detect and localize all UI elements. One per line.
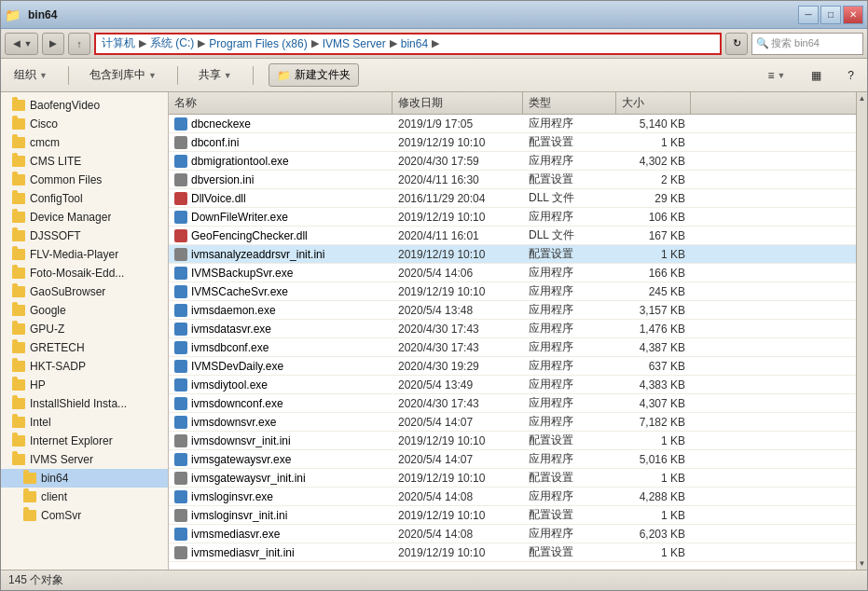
maximize-button[interactable]: □	[820, 6, 841, 24]
table-row[interactable]: IVMSBackupSvr.exe2020/5/4 14:06应用程序166 K…	[169, 264, 856, 282]
minimize-button[interactable]: ─	[798, 6, 819, 24]
sidebar-item-7[interactable]: DJSSOFT	[1, 227, 168, 245]
view-button[interactable]: ≡ ▼	[762, 66, 791, 85]
sidebar-item-9[interactable]: Foto-Mosaik-Edd...	[1, 264, 168, 282]
table-row[interactable]: IVMSDevDaily.exe2020/4/30 19:29应用程序637 K…	[169, 357, 856, 376]
file-name: dbmigrationtool.exe	[191, 155, 289, 168]
sidebar-item-19[interactable]: IVMS Server	[1, 450, 168, 469]
sidebar-item-15[interactable]: HP	[1, 376, 168, 394]
sidebar-item-2[interactable]: cmcm	[1, 133, 168, 152]
file-name-cell: ivmsdownsvr_init.ini	[169, 432, 393, 449]
file-list[interactable]: dbcneckexe2019/1/9 17:05应用程序5,140 KBdbco…	[169, 115, 856, 570]
table-row[interactable]: ivmsdiytool.exe2020/5/4 13:49应用程序4,383 K…	[169, 376, 856, 394]
path-bin64[interactable]: bin64	[401, 37, 428, 50]
table-row[interactable]: ivmsdownconf.exe2020/4/30 17:43应用程序4,307…	[169, 394, 856, 413]
sidebar-item-3[interactable]: CMS LITE	[1, 152, 168, 171]
share-menu[interactable]: 共享 ▼	[193, 64, 238, 86]
forward-button[interactable]: ►	[42, 33, 64, 55]
refresh-button[interactable]: ↻	[725, 33, 748, 55]
address-path[interactable]: 计算机 ▶ 系统 (C:) ▶ Program Files (x86) ▶ IV…	[94, 33, 722, 55]
file-type-icon	[174, 248, 187, 261]
col-header-type[interactable]: 类型	[523, 92, 616, 114]
file-size-cell: 4,288 KB	[616, 488, 691, 505]
file-type-cell: 应用程序	[523, 413, 616, 431]
path-computer[interactable]: 计算机	[102, 35, 135, 51]
sidebar-item-18[interactable]: Internet Explorer	[1, 432, 168, 450]
table-row[interactable]: GeoFencingChecker.dll2020/4/11 16:01DLL …	[169, 227, 856, 245]
folder-icon	[12, 193, 25, 204]
path-ivms[interactable]: IVMS Server	[323, 37, 386, 50]
sidebar-item-label: Cisco	[30, 117, 58, 131]
table-row[interactable]: dbconf.ini2019/12/19 10:10配置设置1 KB	[169, 133, 856, 152]
file-date-cell: 2020/5/4 13:48	[393, 301, 523, 319]
table-row[interactable]: ivmsmediasvr_init.ini2019/12/19 10:10配置设…	[169, 543, 856, 562]
col-header-size[interactable]: 大小	[616, 92, 691, 114]
sidebar-item-21[interactable]: client	[1, 488, 168, 506]
sidebar-item-4[interactable]: Common Files	[1, 171, 168, 189]
sidebar-item-11[interactable]: Google	[1, 301, 168, 320]
table-row[interactable]: ivmsdbconf.exe2020/4/30 17:43应用程序4,387 K…	[169, 338, 856, 357]
table-row[interactable]: ivmsmediasvr.exe2020/5/4 14:08应用程序6,203 …	[169, 525, 856, 543]
file-size-cell: 4,307 KB	[616, 394, 691, 412]
table-row[interactable]: ivmsgatewaysvr_init.ini2019/12/19 10:10配…	[169, 469, 856, 488]
table-row[interactable]: ivmsdownsvr.exe2020/5/4 14:07应用程序7,182 K…	[169, 413, 856, 432]
help-button[interactable]: ?	[842, 66, 860, 85]
sidebar-item-10[interactable]: GaoSuBrowser	[1, 282, 168, 301]
table-row[interactable]: ivmsanalyzeaddrsvr_init.ini2019/12/19 10…	[169, 245, 856, 264]
search-box[interactable]: 🔍 搜索 bin64	[751, 33, 863, 55]
include-library-menu[interactable]: 包含到库中 ▼	[84, 64, 162, 86]
table-row[interactable]: dbversion.ini2020/4/11 16:30配置设置2 KB	[169, 171, 856, 189]
sidebar-item-8[interactable]: FLV-Media-Player	[1, 245, 168, 264]
close-button[interactable]: ✕	[843, 6, 863, 24]
table-row[interactable]: DownFileWriter.exe2019/12/19 10:10应用程序10…	[169, 208, 856, 227]
sidebar-item-0[interactable]: BaofengVideo	[1, 96, 168, 115]
new-folder-button[interactable]: 📁 新建文件夹	[269, 63, 359, 87]
path-drive[interactable]: 系统 (C:)	[150, 35, 194, 51]
table-row[interactable]: ivmsdatasvr.exe2020/4/30 17:43应用程序1,476 …	[169, 320, 856, 338]
sidebar-item-12[interactable]: GPU-Z	[1, 320, 168, 338]
sidebar-item-20[interactable]: bin64	[1, 469, 168, 488]
address-bar: ◄ ▼ ► ↑ 计算机 ▶ 系统 (C:) ▶ Program Files (x…	[1, 29, 867, 59]
back-button[interactable]: ◄ ▼	[5, 33, 38, 55]
file-name: DllVoice.dll	[191, 192, 246, 205]
sidebar-item-13[interactable]: GRETECH	[1, 338, 168, 357]
sidebar-item-22[interactable]: ComSvr	[1, 506, 168, 525]
table-row[interactable]: IVMSCacheSvr.exe2019/12/19 10:10应用程序245 …	[169, 282, 856, 301]
scroll-up-arrow[interactable]: ▲	[859, 94, 866, 103]
file-type-icon	[174, 323, 187, 336]
table-row[interactable]: ivmsloginsvr.exe2020/5/4 14:08应用程序4,288 …	[169, 488, 856, 506]
table-row[interactable]: ivmsgatewaysvr.exe2020/5/4 14:07应用程序5,01…	[169, 450, 856, 469]
table-row[interactable]: DllVoice.dll2016/11/29 20:04DLL 文件29 KB	[169, 189, 856, 208]
up-button[interactable]: ↑	[68, 33, 90, 55]
file-type-icon	[174, 528, 187, 541]
table-row[interactable]: ivmsloginsvr_init.ini2019/12/19 10:10配置设…	[169, 506, 856, 525]
path-program-files[interactable]: Program Files (x86)	[209, 37, 307, 50]
sidebar-item-1[interactable]: Cisco	[1, 115, 168, 133]
table-row[interactable]: dbmigrationtool.exe2020/4/30 17:59应用程序4,…	[169, 152, 856, 171]
pane-button[interactable]: ▦	[806, 66, 827, 85]
sidebar-item-label: Foto-Mosaik-Edd...	[30, 267, 124, 280]
folder-icon	[12, 174, 25, 186]
sidebar-item-17[interactable]: Intel	[1, 413, 168, 432]
scroll-down-arrow[interactable]: ▼	[859, 559, 866, 568]
col-header-date[interactable]: 修改日期	[393, 92, 523, 114]
file-type-icon	[174, 509, 187, 522]
table-row[interactable]: ivmsdaemon.exe2020/5/4 13:48应用程序3,157 KB	[169, 301, 856, 320]
organize-label: 组织	[14, 67, 36, 83]
folder-icon	[12, 398, 25, 409]
sidebar-item-5[interactable]: ConfigTool	[1, 189, 168, 208]
sidebar-item-14[interactable]: HKT-SADP	[1, 357, 168, 376]
file-size-cell: 1 KB	[616, 432, 691, 449]
table-row[interactable]: ivmsdownsvr_init.ini2019/12/19 10:10配置设置…	[169, 432, 856, 450]
sidebar-item-16[interactable]: InstallShield Insta...	[1, 394, 168, 413]
table-row[interactable]: dbcneckexe2019/1/9 17:05应用程序5,140 KB	[169, 115, 856, 133]
sidebar-item-6[interactable]: Device Manager	[1, 208, 168, 227]
col-header-name[interactable]: 名称	[169, 92, 393, 114]
sidebar: BaofengVideoCiscocmcmCMS LITECommon File…	[1, 92, 169, 570]
file-type-icon	[174, 546, 187, 559]
organize-menu[interactable]: 组织 ▼	[8, 64, 53, 86]
toolbar-separator-3	[253, 66, 254, 85]
sidebar-item-label: FLV-Media-Player	[30, 248, 118, 261]
file-date-cell: 2020/4/30 17:43	[393, 394, 523, 412]
folder-icon	[23, 473, 36, 484]
